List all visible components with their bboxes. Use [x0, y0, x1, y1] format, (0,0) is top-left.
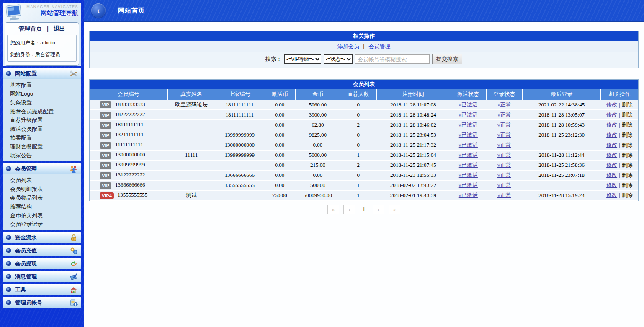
sidebar-section: 管理员帐号	[3, 297, 81, 308]
sidebar-section-header[interactable]: 网站配置	[3, 68, 81, 79]
back-button[interactable]: ‹	[91, 3, 106, 18]
sidebar-nav: 网站配置基本配置网站Logo头条设置推荐会员提成配置直荐升级配置激活会员配置拍卖…	[0, 68, 84, 308]
login-status-link[interactable]: √正常	[497, 101, 511, 108]
delete-link[interactable]: 删除	[622, 101, 633, 108]
edit-link[interactable]: 修改	[606, 182, 617, 188]
sidebar-section-header[interactable]: 会员提现	[3, 258, 81, 269]
sidebar-section-header[interactable]: 管理员帐号	[3, 297, 81, 308]
delete-link[interactable]: 删除	[622, 172, 633, 178]
login-status-link[interactable]: √正常	[497, 132, 511, 138]
actions-cell: 修改|删除	[601, 190, 638, 200]
edit-link[interactable]: 修改	[606, 162, 617, 168]
sidebar-section-header[interactable]: 工具	[3, 284, 81, 295]
edit-link[interactable]: 修改	[606, 101, 617, 108]
member-account: 18111111111	[115, 121, 144, 127]
login-status-link[interactable]: √正常	[497, 172, 511, 178]
sidebar-section-header[interactable]: 资金流水	[3, 232, 81, 243]
activation-coin-cell: 0.00	[264, 150, 296, 160]
register-time-cell: 2018-11-28 10:46:02	[376, 120, 450, 130]
actions-cell: 修改|删除	[601, 150, 638, 160]
sidebar-item[interactable]: 头条设置	[3, 98, 81, 107]
delete-link[interactable]: 删除	[622, 182, 633, 188]
status-select[interactable]: -=状态=-	[324, 54, 353, 64]
member-account-cell: VIP11111111111	[90, 140, 167, 150]
activation-status-link[interactable]: √已激活	[459, 192, 478, 198]
sidebar: MANAGER NAVIGATES 网站管理导航 管理首页 | 退出 您的用户名…	[0, 0, 84, 327]
search-input[interactable]	[355, 54, 430, 64]
activation-status-link[interactable]: √已激活	[459, 101, 478, 108]
logout-link[interactable]: 退出	[54, 25, 65, 32]
column-header: 相关操作	[601, 89, 638, 100]
sidebar-item[interactable]: 会员登录记录	[3, 220, 81, 228]
sidebar-section-items: 基本配置网站Logo头条设置推荐会员提成配置直荐升级配置激活会员配置拍卖配置理财…	[3, 79, 81, 161]
delete-link[interactable]: 删除	[622, 162, 633, 168]
login-status-link[interactable]: √正常	[497, 192, 511, 198]
delete-link[interactable]: 删除	[622, 192, 633, 198]
delete-link[interactable]: 删除	[622, 122, 633, 128]
role-value: 后台管理员	[35, 52, 60, 57]
sidebar-item[interactable]: 网站Logo	[3, 89, 81, 98]
member-manage-link[interactable]: 会员管理	[368, 43, 390, 49]
sidebar-item[interactable]: 会员物品列表	[3, 193, 81, 202]
parent-account-cell: 18111111111	[215, 100, 264, 110]
sidebar-item[interactable]: 推荐结构	[3, 202, 81, 211]
next-page-button[interactable]: ›	[373, 205, 384, 214]
sidebar-item[interactable]: 玩家公告	[3, 151, 81, 160]
first-page-button[interactable]: «	[327, 205, 339, 214]
login-status-link[interactable]: √正常	[497, 112, 511, 118]
content: 相关操作 添加会员 | 会员管理 搜索： -=VIP等级=- -=状态=- 提交…	[84, 22, 644, 214]
submit-search-button[interactable]: 提交搜索	[432, 54, 462, 64]
edit-link[interactable]: 修改	[606, 112, 617, 118]
activation-status-link[interactable]: √已激活	[459, 142, 478, 148]
login-status-link[interactable]: √正常	[497, 182, 511, 188]
vip-level-select[interactable]: -=VIP等级=-	[284, 54, 321, 64]
login-status-link[interactable]: √正常	[497, 142, 511, 148]
sidebar-item[interactable]: 推荐会员提成配置	[3, 107, 81, 116]
edit-link[interactable]: 修改	[606, 152, 617, 158]
sidebar-item[interactable]: 会员列表	[3, 176, 81, 184]
sidebar-item[interactable]: 基本配置	[3, 80, 81, 89]
actions-cell: 修改|删除	[601, 180, 638, 190]
login-status-link[interactable]: √正常	[497, 162, 511, 168]
login-status-link[interactable]: √正常	[497, 122, 511, 128]
activation-status-link[interactable]: √已激活	[459, 152, 478, 158]
activation-status-link[interactable]: √已激活	[459, 112, 478, 118]
delete-link[interactable]: 删除	[622, 112, 633, 118]
edit-link[interactable]: 修改	[606, 132, 617, 138]
sidebar-item[interactable]: 激活会员配置	[3, 125, 81, 133]
sidebar-item[interactable]: 金币拍卖列表	[3, 211, 81, 220]
activation-status-link[interactable]: √已激活	[459, 122, 478, 128]
sidebar-section-header[interactable]: 会员充值	[3, 245, 81, 256]
activation-status-link[interactable]: √已激活	[459, 172, 478, 178]
delete-link[interactable]: 删除	[622, 132, 633, 138]
add-member-link[interactable]: 添加会员	[337, 43, 359, 49]
sidebar-section-header[interactable]: 会员管理	[3, 163, 81, 174]
edit-link[interactable]: 修改	[606, 122, 617, 128]
user-box: 管理首页 | 退出 您的用户名：admin 您的身份：后台管理员	[5, 22, 79, 66]
vip-badge: VIP	[100, 112, 111, 119]
bullet-icon	[6, 261, 11, 266]
activation-status-link[interactable]: √已激活	[459, 182, 478, 188]
edit-link[interactable]: 修改	[606, 192, 617, 198]
member-table: 会员编号真实姓名上家编号激活币金币直荐人数注册时间激活状态登录状态最后登录相关操…	[90, 89, 638, 201]
bullet-icon	[6, 274, 11, 279]
gold-cell: 3900.00	[295, 110, 340, 120]
activation-status-link[interactable]: √已激活	[459, 162, 478, 168]
sidebar-item[interactable]: 理财套餐配置	[3, 142, 81, 151]
activation-status-cell: √已激活	[450, 150, 486, 160]
sidebar-item[interactable]: 直荐升级配置	[3, 116, 81, 125]
last-page-button[interactable]: »	[389, 205, 400, 214]
delete-link[interactable]: 删除	[622, 152, 633, 158]
vip-badge: VIP	[100, 182, 111, 189]
sidebar-item[interactable]: 会员明细报表	[3, 184, 81, 193]
prev-page-button[interactable]: ‹	[343, 205, 355, 214]
edit-link[interactable]: 修改	[606, 142, 617, 148]
sidebar-section-header[interactable]: 消息管理	[3, 271, 81, 282]
activation-status-link[interactable]: √已激活	[459, 132, 478, 138]
admin-home-link[interactable]: 管理首页	[18, 25, 42, 32]
delete-link[interactable]: 删除	[622, 142, 633, 148]
table-header-row: 会员编号真实姓名上家编号激活币金币直荐人数注册时间激活状态登录状态最后登录相关操…	[90, 89, 638, 100]
login-status-link[interactable]: √正常	[497, 152, 511, 158]
sidebar-item[interactable]: 拍卖配置	[3, 133, 81, 142]
edit-link[interactable]: 修改	[606, 172, 617, 178]
